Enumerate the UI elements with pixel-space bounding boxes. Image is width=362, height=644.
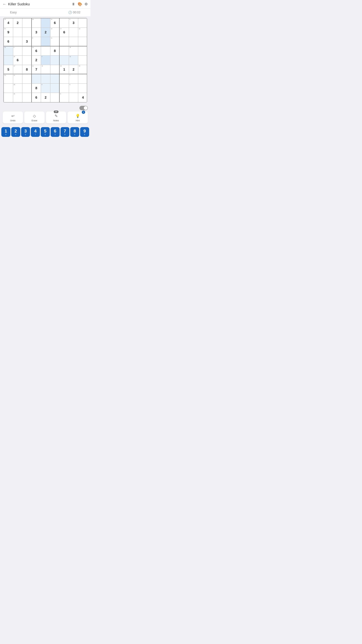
cell-r1-c4[interactable]: 2: [41, 28, 50, 37]
num-btn-1[interactable]: 18: [1, 127, 10, 137]
cell-r0-c5[interactable]: 156: [50, 18, 60, 28]
cell-r3-c7[interactable]: 19: [69, 46, 78, 56]
cell-r6-c7[interactable]: 7: [69, 74, 78, 84]
cell-r6-c2[interactable]: [22, 74, 32, 84]
notes-button[interactable]: Off✎Notes: [46, 112, 66, 124]
cell-r1-c7[interactable]: [69, 28, 78, 37]
cell-r2-c4[interactable]: [41, 37, 50, 46]
palette-icon[interactable]: 🎨: [78, 2, 82, 6]
num-btn-3[interactable]: 36: [21, 127, 30, 137]
cell-r8-c7[interactable]: [69, 93, 78, 102]
cell-r0-c2[interactable]: [22, 18, 32, 28]
cell-r2-c6[interactable]: [59, 37, 69, 46]
cell-r7-c6[interactable]: [59, 84, 69, 93]
cell-r4-c1[interactable]: 106: [13, 56, 22, 65]
cell-r1-c5[interactable]: 13: [50, 28, 60, 37]
cell-r5-c7[interactable]: 2: [69, 65, 78, 74]
cell-r3-c1[interactable]: 5: [13, 46, 22, 56]
cell-r6-c5[interactable]: [50, 74, 60, 84]
cell-r5-c6[interactable]: 161: [59, 65, 69, 74]
cell-r7-c1[interactable]: 28: [13, 84, 22, 93]
cell-r3-c6[interactable]: [59, 46, 69, 56]
cell-r3-c2[interactable]: [22, 46, 32, 56]
cell-r2-c3[interactable]: 9: [32, 37, 41, 46]
hint-button[interactable]: 1💡Hint: [67, 112, 88, 124]
cell-r6-c0[interactable]: 13: [4, 74, 13, 84]
cell-r6-c4[interactable]: [41, 74, 50, 84]
cell-r3-c5[interactable]: 8: [50, 46, 60, 56]
pause-icon[interactable]: ⏸: [71, 2, 75, 6]
cell-r8-c6[interactable]: 8: [59, 93, 69, 102]
cell-r4-c2[interactable]: [22, 56, 32, 65]
cell-r8-c4[interactable]: 2: [41, 93, 50, 102]
cell-r6-c1[interactable]: 11: [13, 74, 22, 84]
cell-r8-c8[interactable]: 4: [78, 93, 87, 102]
cell-r1-c3[interactable]: 3: [32, 28, 41, 37]
cell-r1-c1[interactable]: [13, 28, 22, 37]
cell-r8-c0[interactable]: [4, 93, 13, 102]
num-btn-7[interactable]: 78: [60, 127, 69, 137]
cell-r1-c8[interactable]: 13: [78, 28, 87, 37]
cage-label: 15: [51, 19, 52, 20]
cell-r8-c3[interactable]: 6: [32, 93, 41, 102]
cell-r6-c3[interactable]: [32, 74, 41, 84]
cell-r0-c8[interactable]: [78, 18, 87, 28]
notes-toggle-switch[interactable]: [79, 106, 88, 110]
num-btn-8[interactable]: 86: [70, 127, 79, 137]
num-btn-2[interactable]: 24: [11, 127, 20, 137]
cell-r4-c4[interactable]: 4: [41, 56, 50, 65]
cell-r7-c4[interactable]: 8: [41, 84, 50, 93]
cell-r7-c7[interactable]: 6: [69, 84, 78, 93]
cell-r2-c5[interactable]: 11: [50, 37, 60, 46]
cell-r0-c3[interactable]: 20: [32, 18, 41, 28]
cell-r0-c4[interactable]: [41, 18, 50, 28]
cell-r4-c8[interactable]: [78, 56, 87, 65]
cell-r8-c2[interactable]: [22, 93, 32, 102]
cell-r3-c8[interactable]: [78, 46, 87, 56]
settings-icon[interactable]: ⚙: [84, 2, 88, 6]
cell-r7-c8[interactable]: [78, 84, 87, 93]
cell-r0-c1[interactable]: 2: [13, 18, 22, 28]
num-btn-5[interactable]: 58: [41, 127, 50, 137]
num-btn-6[interactable]: 63: [51, 127, 60, 137]
cell-r2-c2[interactable]: 3: [22, 37, 32, 46]
cell-r4-c3[interactable]: 2: [32, 56, 41, 65]
cell-r5-c2[interactable]: 8: [22, 65, 32, 74]
cell-r7-c5[interactable]: [50, 84, 60, 93]
erase-button[interactable]: ◇Erase: [24, 112, 44, 124]
cell-r4-c6[interactable]: [59, 56, 69, 65]
cell-r1-c0[interactable]: 319: [4, 28, 13, 37]
cell-r5-c0[interactable]: 5: [4, 65, 13, 74]
cell-r2-c0[interactable]: 6: [4, 37, 13, 46]
cell-r6-c6[interactable]: [59, 74, 69, 84]
cell-r7-c3[interactable]: 8: [32, 84, 41, 93]
cell-r7-c0[interactable]: [4, 84, 13, 93]
back-button[interactable]: ←: [3, 2, 6, 6]
cell-r5-c3[interactable]: 117: [32, 65, 41, 74]
cell-r5-c1[interactable]: 17: [13, 65, 22, 74]
cell-r2-c8[interactable]: [78, 37, 87, 46]
cell-r0-c6[interactable]: [59, 18, 69, 28]
cell-r3-c0[interactable]: 13: [4, 46, 13, 56]
cell-r3-c4[interactable]: [41, 46, 50, 56]
cell-r5-c4[interactable]: 14: [41, 65, 50, 74]
cell-r0-c0[interactable]: 194: [4, 18, 13, 28]
cell-r2-c1[interactable]: [13, 37, 22, 46]
cell-r3-c3[interactable]: 226: [32, 46, 41, 56]
cell-r0-c7[interactable]: 43: [69, 18, 78, 28]
cell-r1-c2[interactable]: [22, 28, 32, 37]
cell-r6-c8[interactable]: [78, 74, 87, 84]
cell-r4-c0[interactable]: [4, 56, 13, 65]
num-btn-9[interactable]: 98: [80, 127, 89, 137]
cell-r7-c2[interactable]: [22, 84, 32, 93]
cell-r1-c6[interactable]: 176: [59, 28, 69, 37]
undo-button[interactable]: ↩Undo: [3, 112, 23, 124]
cell-r2-c7[interactable]: [69, 37, 78, 46]
cell-r5-c5[interactable]: [50, 65, 60, 74]
cell-r4-c5[interactable]: [50, 56, 60, 65]
cell-r5-c8[interactable]: 15: [78, 65, 87, 74]
num-btn-4[interactable]: 47: [31, 127, 40, 137]
cell-r8-c5[interactable]: [50, 93, 60, 102]
cell-r4-c7[interactable]: 10: [69, 56, 78, 65]
cell-r8-c1[interactable]: 16: [13, 93, 22, 102]
